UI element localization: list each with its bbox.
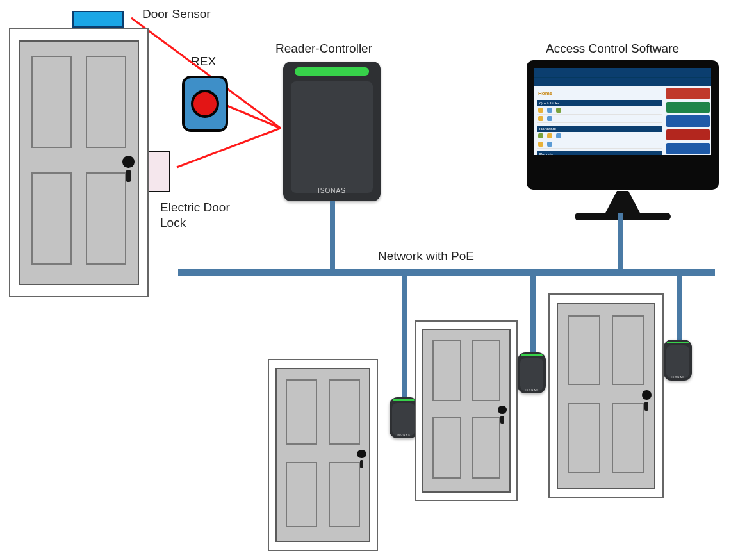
- reader-1: ISONAS: [390, 397, 418, 438]
- software-section-2: Reports: [537, 151, 662, 155]
- access-control-monitor: Home Quick Links Hardware Reports: [527, 60, 719, 217]
- network-drop-1: [402, 276, 407, 397]
- door-2: [415, 320, 518, 501]
- electric-door-lock: [146, 151, 170, 192]
- software-title: Home: [537, 89, 662, 97]
- network-drop-3: [677, 276, 682, 340]
- network-drop-monitor: [618, 213, 623, 270]
- software-section-1: Hardware: [537, 126, 662, 132]
- label-electric-lock: Electric Door Lock: [160, 200, 230, 231]
- access-control-software-ui: Home Quick Links Hardware Reports: [534, 68, 711, 155]
- door-sensor: [72, 11, 124, 28]
- software-section-0: Quick Links: [537, 100, 662, 106]
- reader-brand: ISONAS: [283, 187, 381, 194]
- reader-2: ISONAS: [518, 352, 546, 393]
- network-backbone: [178, 269, 715, 276]
- reader-3-brand: ISONAS: [664, 375, 692, 379]
- label-rex: REX: [191, 54, 216, 69]
- door-main: [9, 28, 149, 297]
- label-reader-controller: Reader-Controller: [275, 41, 372, 56]
- svg-line-1: [226, 105, 281, 128]
- rex-button: [182, 76, 228, 132]
- rex-push-icon: [191, 90, 219, 118]
- reader-1-brand: ISONAS: [390, 433, 418, 436]
- door-1: [268, 359, 378, 551]
- label-access-software: Access Control Software: [546, 41, 679, 56]
- reader-controller: ISONAS: [283, 62, 381, 201]
- reader-3: ISONAS: [664, 340, 692, 381]
- software-side-cards: [665, 86, 711, 155]
- svg-line-2: [177, 128, 281, 167]
- network-drop-2: [530, 276, 536, 352]
- door-3: [548, 293, 664, 498]
- reader-2-brand: ISONAS: [518, 388, 546, 391]
- label-door-sensor: Door Sensor: [142, 6, 211, 22]
- label-network: Network with PoE: [378, 249, 474, 264]
- network-drop-reader: [330, 201, 335, 270]
